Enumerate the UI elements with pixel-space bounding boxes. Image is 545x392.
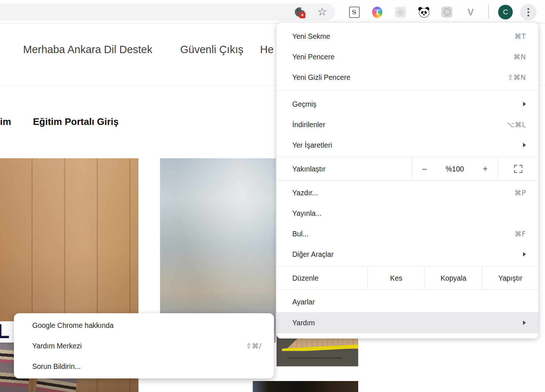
shortcut-find: ⌘F xyxy=(515,230,526,238)
chrome-menu-button[interactable] xyxy=(520,4,537,21)
menu-item-more-tools[interactable]: Diğer Araçlar xyxy=(277,244,538,265)
shortcut-new-window: ⌘N xyxy=(514,53,526,61)
menu-item-bookmarks[interactable]: Yer İşaretleri xyxy=(277,135,538,155)
cookie-blocked-icon[interactable]: × xyxy=(295,7,304,17)
menu-item-history[interactable]: Geçmiş xyxy=(277,94,538,114)
bookmark-star-icon[interactable]: ☆ xyxy=(317,5,327,18)
paste-button[interactable]: Yapıştır xyxy=(482,267,538,289)
ring-extension-icon[interactable] xyxy=(441,6,453,18)
menu-item-new-window[interactable]: Yeni Pencere ⌘N xyxy=(277,47,538,67)
menu-item-new-tab[interactable]: Yeni Sekme ⌘T xyxy=(277,26,538,47)
menu-item-cast[interactable]: Yayınla... xyxy=(277,203,538,223)
menu-item-print[interactable]: Yazdır... ⌘P xyxy=(277,182,538,203)
zoom-level: %100 xyxy=(446,165,464,173)
dark-floor xyxy=(277,351,358,366)
cut-button[interactable]: Kes xyxy=(367,267,424,289)
react-devtools-icon[interactable] xyxy=(394,6,406,18)
submenu-arrow-icon xyxy=(523,252,526,256)
zoom-out-button[interactable]: – xyxy=(422,164,427,174)
nav-link-logout[interactable]: Güvenli Çıkış xyxy=(180,44,243,56)
overlay-letter: L xyxy=(0,321,14,343)
zoom-label: Yakınlaştır xyxy=(277,158,412,180)
extension-s-icon[interactable]: S xyxy=(348,6,360,18)
image-title-overlay: L xyxy=(0,321,14,343)
zoom-in-button[interactable]: + xyxy=(483,164,487,174)
toolbar-separator xyxy=(488,5,489,19)
menu-item-help[interactable]: Yardım xyxy=(277,312,538,333)
submenu-item-report-issue[interactable]: Sorun Bildirin... xyxy=(14,356,274,377)
submenu-arrow-icon xyxy=(523,321,526,325)
menu-item-find[interactable]: Bul... ⌘F xyxy=(277,223,538,244)
cookie-blocked-badge: × xyxy=(299,12,305,18)
fullscreen-button[interactable] xyxy=(498,158,538,180)
shortcut-print: ⌘P xyxy=(515,189,526,197)
submenu-item-about-chrome[interactable]: Google Chrome hakkında xyxy=(14,315,274,336)
nav-link-greeting[interactable]: Merhaba Ankara Dil Destek xyxy=(23,44,152,56)
submenu-arrow-icon xyxy=(523,102,526,106)
shortcut-help-center: ⇧⌘/ xyxy=(246,342,262,350)
shortcut-new-tab: ⌘T xyxy=(514,32,526,40)
menu-item-downloads[interactable]: İndirilenler ⌥⌘L xyxy=(277,114,538,135)
submenu-arrow-icon xyxy=(523,143,526,147)
browser-window: Merhaba Ankara Dil Destek Güvenli Çıkış … xyxy=(0,0,545,392)
profile-avatar[interactable]: C xyxy=(498,5,513,19)
nav-link-partial-left[interactable]: im xyxy=(0,116,11,127)
submenu-item-help-center[interactable]: Yardım Merkezi ⇧⌘/ xyxy=(14,336,274,356)
post-image-dark[interactable] xyxy=(253,381,358,392)
menu-item-new-incognito[interactable]: Yeni Gizli Pencere ⇧⌘N xyxy=(277,67,538,88)
floor-streak xyxy=(288,358,342,359)
nav-link-education-portal[interactable]: Eğitim Portalı Giriş xyxy=(33,116,119,127)
panda-extension-icon[interactable] xyxy=(418,6,430,18)
chrome-menu: Yeni Sekme ⌘T Yeni Pencere ⌘N Yeni Gizli… xyxy=(277,23,538,339)
menu-edit-row: Düzenle Kes Kopyala Yapıştır xyxy=(277,266,538,290)
copy-button[interactable]: Kopyala xyxy=(424,267,482,289)
address-bar[interactable] xyxy=(0,4,335,21)
menu-separator xyxy=(277,90,538,91)
menu-zoom-row: Yakınlaştır – %100 + xyxy=(277,157,538,181)
extension-t-icon[interactable]: T xyxy=(371,6,383,18)
shortcut-downloads: ⌥⌘L xyxy=(507,121,526,129)
fullscreen-icon xyxy=(514,165,522,173)
help-submenu: Google Chrome hakkında Yardım Merkezi ⇧⌘… xyxy=(14,313,274,378)
shortcut-new-incognito: ⇧⌘N xyxy=(507,73,526,81)
nav-link-partial[interactable]: He xyxy=(260,44,274,56)
menu-item-settings[interactable]: Ayarlar xyxy=(277,292,538,312)
vue-devtools-icon[interactable]: V xyxy=(465,6,477,18)
browser-toolbar: × ☆ S T V C xyxy=(0,0,545,23)
edit-label: Düzenle xyxy=(277,267,367,289)
